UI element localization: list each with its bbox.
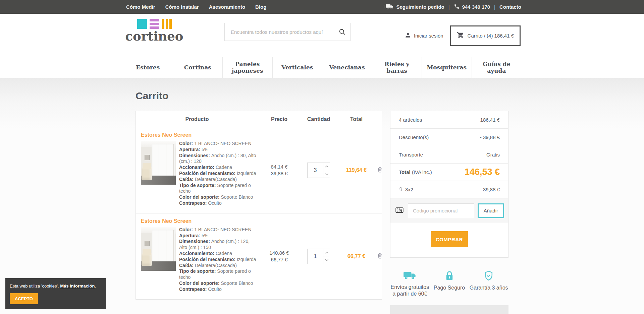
quantity-cell <box>300 249 337 264</box>
quantity-decrease-button[interactable] <box>323 170 330 178</box>
quantity-decrease-button[interactable] <box>323 256 330 264</box>
remove-item-button[interactable] <box>376 165 384 175</box>
price-cell: 140,86 € 66,77 € <box>258 250 300 263</box>
header-cart-label: Carrito / (4) 186,41 € <box>468 33 514 39</box>
main-navigation: EstoresCortinasPaneles japonesesVertical… <box>0 57 644 78</box>
page-title: Carrito <box>136 78 508 102</box>
promo-code-row: Añadir <box>390 198 508 223</box>
chevron-down-icon <box>325 172 329 177</box>
product-attribute: AccionamientoCadena <box>179 251 258 257</box>
cookie-message: Esta web utiliza 'cookies'. Más informac… <box>10 283 102 289</box>
nav-item[interactable]: Paneles japoneses <box>222 57 272 78</box>
header-cart-button[interactable]: Carrito / (4) 186,41 € <box>450 25 521 46</box>
topbar-link[interactable]: Asesoramiento <box>209 4 245 10</box>
logo[interactable]: cortineo <box>125 19 184 43</box>
remove-item-button[interactable] <box>376 251 384 261</box>
nav-item[interactable]: Verticales <box>272 57 322 78</box>
trash-icon <box>377 255 383 260</box>
contact-link[interactable]: Contacto <box>499 4 521 10</box>
nav-item[interactable]: Mosquiteras <box>422 57 472 78</box>
checkout-button[interactable]: COMPRAR <box>431 231 468 247</box>
login-link[interactable]: Iniciar sesión <box>405 32 443 40</box>
old-price: 140,86 € <box>258 250 300 256</box>
truck-icon <box>383 3 393 11</box>
thumb-blind-panels <box>152 144 175 176</box>
related-products-placeholder <box>390 305 508 314</box>
order-tracking-link[interactable]: Seguimiento pedido <box>383 3 444 11</box>
lock-icon <box>430 270 469 281</box>
quantity-cell <box>300 163 337 178</box>
product-title-link[interactable]: Estores Neo Screen <box>141 132 258 138</box>
trash-icon[interactable] <box>399 187 403 192</box>
product-thumbnail[interactable] <box>141 141 176 185</box>
warranty-label: Garantía 3 años <box>470 285 508 291</box>
line-total: 66,77 € <box>337 253 376 259</box>
nav-item[interactable]: Estores <box>123 57 173 78</box>
logo-mark <box>125 19 184 29</box>
search-input[interactable] <box>224 23 351 41</box>
cookie-accept-button[interactable]: ACEPTO <box>10 293 38 304</box>
free-shipping-badge: Envíos gratuitos a partir de 60€ <box>390 270 430 297</box>
discount-rule-label: 3x2 <box>405 187 413 192</box>
ticket-percent-icon <box>394 206 405 216</box>
topbar-links: Cómo MedirCómo InstalarAsesoramientoBlog <box>123 4 266 10</box>
attribute-value: Oculto <box>208 200 221 206</box>
topbar-link[interactable]: Cómo Instalar <box>165 4 199 10</box>
secure-payment-label: Pago Seguro <box>434 285 465 291</box>
nav-item[interactable]: Guías de ayuda <box>472 57 522 78</box>
phone-icon <box>454 4 460 10</box>
topbar-link[interactable]: Blog <box>255 4 266 10</box>
product-attribute: CaídaDelantera(Cascada) <box>179 177 258 183</box>
attribute-value: 1 BLANCO- NEO SCREEN <box>194 227 251 232</box>
product-attribute: Color1 BLANCO- NEO SCREEN <box>179 227 258 233</box>
quantity-increase-button[interactable] <box>323 249 330 257</box>
nav-item[interactable]: Venecianas <box>322 57 372 78</box>
column-header-quantity: Cantidad <box>300 116 337 122</box>
cart-item-row: Estores Neo Screen <box>136 127 382 213</box>
trash-icon <box>377 169 383 174</box>
topbar-link[interactable]: Cómo Medir <box>126 4 155 10</box>
product-attribute: Color del soporteSoporte Blanco <box>179 194 258 200</box>
attribute-label: Contrapeso <box>179 287 208 292</box>
summary-row: 4 artículos 186,41 € <box>390 111 508 129</box>
user-icon <box>405 32 411 40</box>
unit-price: 66,77 € <box>258 256 300 263</box>
quantity-input[interactable] <box>308 163 323 178</box>
product-thumbnail[interactable] <box>141 227 176 271</box>
nav-item[interactable]: Rieles y barras <box>372 57 422 78</box>
total-value: 146,53 € <box>465 167 500 177</box>
secure-payment-badge: Pago Seguro <box>430 270 469 297</box>
quantity-increase-button[interactable] <box>323 163 330 171</box>
phone-link[interactable]: 944 340 170 <box>454 4 490 10</box>
attribute-value: Soporte Blanco <box>221 280 253 286</box>
attribute-value: Delantera(Cascada) <box>195 177 237 182</box>
attribute-value: 1 BLANCO- NEO SCREEN <box>194 141 251 146</box>
product-attribute: Apertura5% <box>179 233 258 239</box>
promo-code-input[interactable] <box>408 203 474 218</box>
quantity-stepper <box>307 249 330 264</box>
product-attribute: Posición del mecanismoIzquierda <box>179 171 258 177</box>
attribute-label: Posición del mecanismo <box>179 171 237 176</box>
product-attribute: Posición del mecanismoIzquierda <box>179 257 258 263</box>
thumb-armchair <box>142 167 152 180</box>
product-attribute: ContrapesoOculto <box>179 200 258 206</box>
topbar-separator: | <box>494 4 495 10</box>
truck-icon <box>390 270 430 280</box>
summary-rows: 4 artículos 186,41 € Descuento(s) - 39,8… <box>390 111 508 164</box>
add-promo-button[interactable]: Añadir <box>478 203 504 218</box>
quantity-input[interactable] <box>308 249 323 264</box>
nav-item[interactable]: Cortinas <box>173 57 223 78</box>
cookie-more-info-link[interactable]: Más información <box>60 284 95 289</box>
search-box <box>224 23 351 41</box>
attribute-label: Posición del mecanismo <box>179 257 237 262</box>
header: cortineo Iniciar sesión <box>0 14 644 57</box>
thumb-picture-frame <box>145 155 150 160</box>
attribute-label: Color <box>179 227 194 232</box>
product-title-link[interactable]: Estores Neo Screen <box>141 218 258 224</box>
product-attribute: ContrapesoOculto <box>179 287 258 293</box>
product-attribute: Tipo de soporteSoporte pared o techo <box>179 268 258 280</box>
attribute-label: Accionamiento <box>179 165 216 170</box>
attribute-value: Izquierda <box>237 257 256 262</box>
cart-summary: 4 artículos 186,41 € Descuento(s) - 39,8… <box>390 111 508 258</box>
related-products-heading: Los clientes que adquirieron este produc… <box>136 313 382 314</box>
